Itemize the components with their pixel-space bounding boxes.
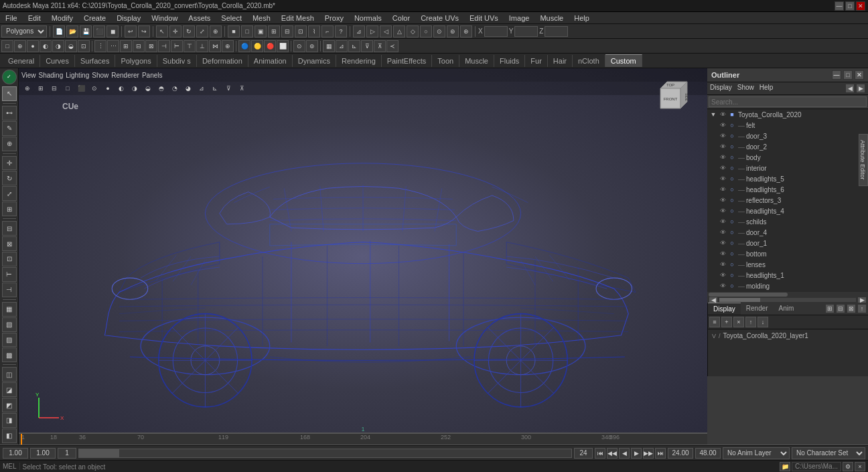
menu-mesh[interactable]: Mesh [250, 14, 273, 22]
max-frame-input[interactable] [695, 448, 721, 459]
vis-icon-hl5[interactable]: 👁 [718, 174, 727, 183]
vis-icon-door3[interactable]: 👁 [718, 131, 727, 141]
vis-icon-molding[interactable]: 👁 [718, 281, 727, 291]
tab-painteffects[interactable]: PaintEffects [382, 55, 433, 67]
tree-item-hl4[interactable]: 👁 ○ — headlights_4 [707, 206, 868, 216]
lt-btn-7[interactable]: ⊞ [2, 202, 17, 216]
tb-btn-11[interactable]: ▷ [366, 25, 378, 37]
tree-item-hl1[interactable]: 👁 ○ — headlights_1 [707, 270, 868, 281]
layers-del[interactable]: × [733, 317, 744, 327]
step-forward-button[interactable]: ▶▶ [643, 448, 654, 459]
tab-fur[interactable]: Fur [525, 55, 548, 67]
goto-start-button[interactable]: ⏮ [595, 448, 605, 459]
tab-general[interactable]: General [3, 55, 40, 67]
tab-ncloth[interactable]: nCloth [573, 55, 605, 67]
tb2-btn-14[interactable]: ⊢ [171, 40, 183, 52]
tb2-btn-23[interactable]: ⊙ [293, 40, 305, 52]
lt-btn-3[interactable]: ⊕ [2, 137, 17, 151]
vis-icon-door2[interactable]: 👁 [718, 142, 727, 151]
vis-icon-body[interactable]: 👁 [718, 153, 727, 162]
tb2-btn-6[interactable]: ◒ [65, 40, 77, 52]
outliner-scroll-right[interactable]: ▶ [856, 84, 865, 93]
move-tool-button[interactable]: ✛ [169, 25, 182, 37]
tb2-btn-19[interactable]: 🔵 [238, 40, 250, 52]
outliner-scroll-left[interactable]: ◀ [845, 84, 855, 93]
viewport[interactable]: View Shading Lighting Show Renderer Pane… [19, 68, 707, 445]
tb2-btn-16[interactable]: ⊥ [196, 40, 208, 52]
menu-create[interactable]: Create [81, 14, 108, 22]
tb2-btn-27[interactable]: ⊾ [348, 40, 360, 52]
vis-icon-interior[interactable]: 👁 [718, 163, 727, 173]
tab-subdivs[interactable]: Subdiv s [157, 55, 197, 67]
tab-animation[interactable]: Animation [248, 55, 293, 67]
tb2-btn-5[interactable]: ◑ [52, 40, 64, 52]
tb2-btn-4[interactable]: ◐ [40, 40, 52, 52]
tree-item-hl5[interactable]: 👁 ○ — headlights_5 [707, 173, 868, 184]
tb-btn-3[interactable]: ↩ [125, 25, 137, 37]
menu-help[interactable]: Help [571, 14, 592, 22]
tree-item-lenses[interactable]: 👁 ○ — lenses [707, 259, 868, 270]
frame-range-thumb[interactable] [79, 449, 119, 457]
tb2-btn-12[interactable]: ⊠ [145, 40, 157, 52]
minimize-button[interactable]: — [835, 1, 844, 11]
tb-btn-15[interactable]: ○ [420, 25, 432, 37]
coord-z-input[interactable] [545, 26, 568, 37]
tb2-btn-29[interactable]: ⊼ [374, 40, 386, 52]
layers-up[interactable]: ↑ [745, 317, 756, 327]
lt-btn-12[interactable]: ⊣ [2, 283, 17, 297]
attribute-editor-tab[interactable]: Attribute Editor [859, 134, 868, 186]
lt-btn-10[interactable]: ⊡ [2, 252, 17, 266]
menu-select[interactable]: Select [218, 14, 244, 22]
play-forward-button[interactable]: ▶ [631, 448, 642, 459]
out-menu-show[interactable]: Show [737, 84, 754, 93]
tb-btn-2[interactable]: ◼ [106, 25, 119, 37]
anim-layer-dropdown[interactable]: No Anim Layer [723, 447, 790, 459]
tb2-btn-2[interactable]: ⊕ [14, 40, 26, 52]
tree-item-ref3[interactable]: 👁 ○ — reflectors_3 [707, 195, 868, 206]
tb2-btn-17[interactable]: ⋈ [209, 40, 221, 52]
new-file-button[interactable]: 📄 [53, 25, 65, 37]
vis-icon-schilds[interactable]: 👁 [718, 217, 727, 226]
layers-options[interactable]: ≡ [709, 317, 720, 327]
tb2-btn-20[interactable]: 🟡 [251, 40, 263, 52]
layer-tab-render[interactable]: Render [741, 303, 774, 315]
menu-create-uvs[interactable]: Create UVs [418, 14, 461, 22]
visibility-icon-root[interactable]: 👁 [718, 110, 727, 119]
menu-file[interactable]: File [3, 14, 20, 22]
snap-grid-button[interactable]: ⊟ [281, 25, 293, 37]
tb2-btn-11[interactable]: ⊟ [133, 40, 145, 52]
menu-assets[interactable]: Assets [186, 14, 213, 22]
outliner-maximize[interactable]: □ [843, 70, 853, 80]
menu-display[interactable]: Display [114, 14, 143, 22]
tab-polygons[interactable]: Polygons [115, 55, 157, 67]
menu-color[interactable]: Color [390, 14, 413, 22]
layer-item-1[interactable]: V / Toyota_Corolla_2020_layer1 [711, 331, 865, 341]
close-button[interactable]: ✕ [856, 1, 865, 11]
tb2-btn-1[interactable]: □ [1, 40, 13, 52]
scroll-thumb[interactable] [719, 298, 760, 302]
lasso-select-button[interactable]: ⊷ [2, 106, 17, 121]
tb-btn-12[interactable]: ◁ [380, 25, 392, 37]
menu-edit-mesh[interactable]: Edit Mesh [279, 14, 317, 22]
vis-icon-felt[interactable]: 👁 [718, 121, 727, 130]
lt-btn-16[interactable]: ▩ [2, 347, 17, 362]
character-set-dropdown[interactable]: No Character Set [792, 447, 865, 459]
tb-btn-5[interactable]: ■ [228, 25, 240, 37]
tb2-btn-3[interactable]: ● [27, 40, 39, 52]
tab-custom[interactable]: Custom [605, 54, 642, 67]
vis-icon-hl4[interactable]: 👁 [718, 206, 727, 216]
lt-btn-13[interactable]: ▦ [2, 302, 17, 317]
tree-item-door3[interactable]: 👁 ○ — door_3 [707, 131, 868, 141]
tab-toon[interactable]: Toon [432, 55, 459, 67]
select-tool-button[interactable]: ↖ [156, 25, 168, 37]
view-cube[interactable]: TOP FRONT SIDE [650, 78, 691, 119]
tb2-btn-21[interactable]: 🔴 [264, 40, 276, 52]
tab-rendering[interactable]: Rendering [336, 55, 382, 67]
rotate-tool-lt[interactable]: ↻ [2, 171, 17, 185]
snap-point-button[interactable]: ⊡ [295, 25, 307, 37]
tb2-btn-26[interactable]: ⊿ [336, 40, 348, 52]
tb-btn-4[interactable]: ↪ [138, 25, 150, 37]
menu-edit[interactable]: Edit [25, 14, 44, 22]
tb-btn-10[interactable]: ⊿ [353, 25, 365, 37]
range-end-input[interactable] [574, 448, 593, 459]
